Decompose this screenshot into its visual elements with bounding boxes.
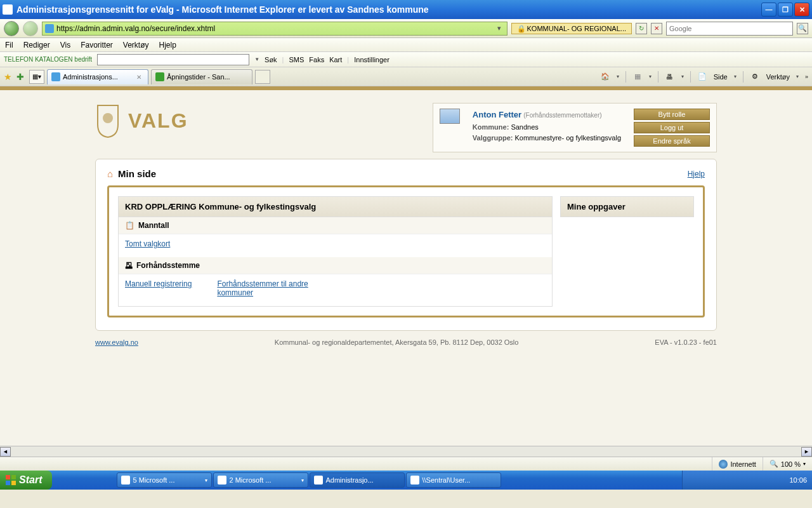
status-zoom[interactable]: 🔍 100 % ▾ [763, 457, 812, 471]
menu-vis[interactable]: Vis [60, 41, 70, 50]
search-input[interactable] [669, 25, 790, 32]
ql-item-3[interactable] [84, 474, 96, 486]
task-item[interactable]: 2 Microsoft ...▾ [213, 472, 308, 488]
menu-rediger[interactable]: Rediger [23, 41, 50, 50]
url-input[interactable] [56, 24, 494, 33]
endre-sprak-button[interactable]: Endre språk [634, 135, 710, 147]
add-favorite-icon[interactable]: ✚ [16, 72, 27, 82]
tab-active[interactable]: Administrasjons... ✕ [47, 69, 148, 84]
help-link[interactable]: Hjelp [688, 170, 705, 178]
task-item[interactable]: Administrasjo... [310, 472, 405, 488]
user-name: Anton Fetter [473, 110, 521, 119]
minimize-button[interactable]: — [761, 3, 776, 17]
start-button[interactable]: Start [0, 471, 52, 490]
tray-icon[interactable] [763, 476, 772, 485]
telefon-input[interactable] [97, 54, 249, 65]
tray-icon[interactable] [742, 476, 750, 485]
tray-icon[interactable] [731, 476, 740, 485]
menu-verktoy[interactable]: Verktøy [123, 41, 149, 50]
dropdown-icon[interactable]: ▼ [254, 57, 259, 62]
stop-button[interactable]: ✕ [651, 23, 662, 34]
refresh-button[interactable]: ↻ [636, 23, 647, 34]
ballot-icon: 🗳 [125, 261, 133, 270]
bytt-rolle-button[interactable]: Bytt rolle [634, 109, 710, 120]
footer-version: EVA - v1.0.23 - fe01 [655, 338, 717, 346]
tel-innstillinger[interactable]: Innstillinger [354, 56, 390, 64]
menu-bar: Fil Rediger Vis Favoritter Verktøy Hjelp [0, 38, 812, 52]
user-badge-icon [440, 109, 460, 124]
close-button[interactable]: ✕ [794, 3, 809, 17]
svg-rect-1 [6, 475, 10, 479]
chevron-icon[interactable]: » [805, 74, 808, 80]
link-tomt-valgkort[interactable]: Tomt valgkort [125, 239, 170, 248]
tray-icon[interactable] [720, 476, 729, 485]
app-icon [121, 476, 130, 485]
link-manuell-registrering[interactable]: Manuell registrering [125, 279, 192, 297]
menu-hjelp[interactable]: Hjelp [159, 41, 176, 50]
tab-active-label: Administrasjons... [63, 73, 134, 81]
app-icon [314, 476, 323, 485]
tray-icon[interactable] [709, 476, 718, 485]
tray-icon[interactable] [698, 476, 707, 485]
tab-toolbar: ★ ✚ ▦▾ Administrasjons... ✕ Åpningstider… [0, 67, 812, 86]
content-box: ⌂Min side Hjelp KRD OPPLÆRING Kommune- o… [95, 159, 717, 331]
task-item[interactable]: 5 Microsoft ...▾ [117, 472, 212, 488]
favorites-star-icon[interactable]: ★ [4, 72, 14, 82]
tab-close-icon[interactable]: ✕ [136, 74, 144, 81]
side-panel-title: Mine oppgaver [560, 196, 694, 217]
tab-overview-button[interactable]: ▦▾ [29, 70, 44, 84]
side-label[interactable]: Side [714, 73, 728, 81]
kommune-label: Kommune: [473, 123, 509, 131]
home-icon[interactable]: 🏠 [600, 72, 610, 82]
status-bar: Internett 🔍 100 % ▾ [0, 457, 812, 471]
tel-faks[interactable]: Faks [309, 56, 324, 64]
svg-rect-4 [11, 481, 16, 485]
globe-icon [719, 460, 728, 469]
horizontal-scrollbar[interactable]: ◄ ► [0, 446, 812, 457]
tel-sok[interactable]: Søk [265, 56, 277, 64]
link-forhandsstemmer-andre[interactable]: Forhåndsstemmer til andre kommuner [217, 279, 331, 297]
gear-icon[interactable]: ⚙ [750, 72, 760, 82]
tel-kart[interactable]: Kart [329, 56, 342, 64]
ql-item-1[interactable] [56, 474, 69, 486]
windows-logo-icon [5, 474, 16, 486]
maximize-button[interactable]: ❐ [778, 3, 793, 17]
print-icon[interactable]: 🖶 [665, 72, 675, 82]
verktoy-label[interactable]: Verktøy [766, 73, 790, 81]
ql-item-4[interactable] [98, 474, 110, 486]
footer-link[interactable]: www.evalg.no [95, 338, 138, 346]
tel-sms[interactable]: SMS [289, 56, 304, 64]
new-tab-button[interactable] [255, 70, 270, 84]
svg-rect-2 [11, 475, 16, 479]
zoom-icon: 🔍 [769, 460, 778, 468]
tab-icon [155, 72, 164, 81]
telefon-logo: TELEFON KATALOGEN bedrift [4, 56, 92, 63]
tray-icon[interactable] [774, 476, 783, 485]
address-bar[interactable]: ▾ [42, 22, 508, 36]
ie-tab-icon [51, 72, 60, 81]
page-icon[interactable]: 📄 [697, 72, 707, 82]
main-panel: KRD OPPLÆRING Kommune- og fylkestingsval… [118, 196, 553, 307]
forward-button[interactable] [23, 21, 38, 36]
logg-ut-button[interactable]: Logg ut [634, 122, 710, 133]
search-go-button[interactable]: 🔍 [797, 23, 808, 34]
search-box[interactable] [666, 22, 793, 36]
security-indicator[interactable]: 🔒 KOMMUNAL- OG REGIONAL... [511, 23, 632, 34]
tray-icon[interactable] [688, 476, 697, 485]
app-icon [410, 476, 419, 485]
feeds-icon[interactable]: ▦ [632, 72, 643, 82]
ql-item-2[interactable] [70, 474, 82, 486]
menu-fil[interactable]: Fil [5, 41, 13, 50]
clock[interactable]: 10:06 [789, 476, 807, 484]
scroll-right-button[interactable]: ► [801, 447, 812, 457]
security-label: KOMMUNAL- OG REGIONAL... [527, 25, 626, 32]
scroll-left-button[interactable]: ◄ [0, 447, 11, 457]
menu-favoritter[interactable]: Favoritter [81, 41, 113, 50]
tray-icon[interactable] [752, 476, 761, 485]
crest-icon [95, 103, 121, 138]
back-button[interactable] [4, 21, 19, 36]
tab-inactive[interactable]: Åpningstider - San... [151, 69, 252, 84]
address-dropdown[interactable]: ▾ [494, 24, 504, 32]
home-page-icon: ⌂ [107, 168, 113, 179]
task-item[interactable]: \\Sentral\User... [406, 472, 501, 488]
